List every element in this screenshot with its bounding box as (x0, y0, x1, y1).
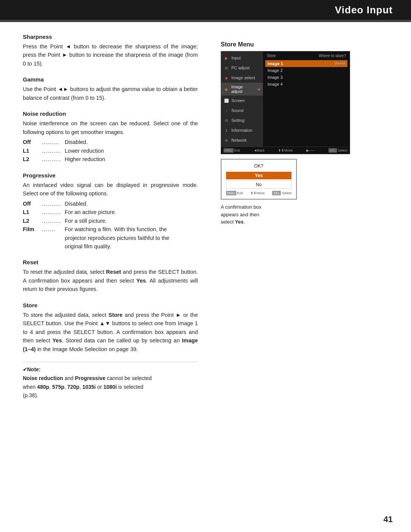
progressive-title: Progressive (23, 172, 198, 179)
footer-dashes: ▶----- (306, 148, 315, 153)
sidebar-item-image-adjust: ◉ Image adjust ◄ (221, 83, 263, 96)
footer-move: ⬆⬇Move (278, 148, 293, 153)
proj-option-image4: Image 4 (265, 81, 347, 88)
gamma-body: Use the Point ◄► buttons to adjust the g… (23, 85, 198, 102)
sidebar-item-image-select: ◈ Image select (221, 73, 263, 83)
prog-option-off: Off .......... Disabled. (23, 200, 198, 208)
network-icon: ⊕ (223, 137, 229, 143)
noise-option-off: Off ......... Disabled. (23, 138, 198, 146)
sidebar-item-network: ⊕ Network (221, 135, 263, 145)
sidebar-item-screen: ⬜ Screen (221, 96, 263, 105)
information-icon: ℹ (223, 127, 229, 133)
page-header: Video Input (0, 0, 411, 20)
sharpness-body: Press the Point ◄ button to decrease the… (23, 42, 198, 68)
reset-body: To reset the adjusted data, select Reset… (23, 268, 198, 293)
note-label: ✔Note: (23, 366, 198, 372)
proj-sidebar: ▶ Input ⊞ PC adjust ◈ Image select ◉ (221, 51, 263, 147)
confirm-no: No (226, 181, 292, 189)
confirm-footer-exit: MNU Exit (226, 191, 243, 195)
reset-title: Reset (23, 259, 198, 265)
section-store: Store To store the adjusted data, select… (23, 302, 198, 353)
prog-film-sub2: original film quality. (65, 242, 198, 251)
proj-option-image2: Image 2 (265, 67, 347, 74)
main-content: Sharpness Press the Point ◄ button to de… (0, 22, 411, 411)
sound-icon: ♪ (223, 107, 229, 113)
progressive-body: An interlaced video signal can be displa… (23, 181, 198, 251)
footer-exit: MNU Exit (223, 148, 240, 153)
proj-option-image3: Image 3 (265, 74, 347, 81)
setting-icon: ⚙ (223, 117, 229, 123)
prog-option-l2: L2 .......... For a still picture. (23, 217, 198, 225)
store-menu-label: Store Menu (221, 41, 400, 48)
progressive-options: Off .......... Disabled. L1 .......... F… (23, 200, 198, 251)
prog-option-film: Film ....... For watching a film. With t… (23, 225, 198, 233)
pc-adjust-icon: ⊞ (223, 65, 229, 71)
section-progressive: Progressive An interlaced video signal c… (23, 172, 198, 251)
right-column: Store Menu ▶ Input ⊞ PC adjust (213, 22, 411, 411)
sidebar-item-input: ▶ Input (221, 53, 263, 63)
confirm-box: OK? Yes No MNU Exit ⬆⬇Move SEL Select (221, 159, 297, 200)
noise-reduction-title: Noise reduction (23, 110, 198, 117)
store-title: Store (23, 302, 198, 308)
footer-back: ◄Back (253, 148, 264, 153)
sidebar-item-information: ℹ Information (221, 125, 263, 135)
noise-reduction-body: Noise interference on the screen can be … (23, 119, 198, 163)
section-sharpness: Sharpness Press the Point ◄ button to de… (23, 34, 198, 68)
confirm-caption: A confirmation box appears and then sele… (221, 203, 400, 226)
proj-main-panel: Store Where to store? Image 1 Stored Ima… (263, 51, 350, 147)
prog-option-l1: L1 .......... For an active picture. (23, 208, 198, 216)
sharpness-title: Sharpness (23, 34, 198, 40)
proj-ui-inner: ▶ Input ⊞ PC adjust ◈ Image select ◉ (221, 51, 350, 147)
prog-film-sub1: projector reproduces pictures faithful t… (65, 234, 198, 242)
note-section: ✔Note: Noise reduction and Progressive c… (23, 362, 198, 399)
sidebar-item-setting: ⚙ Setting (221, 115, 263, 125)
confirm-footer-move: ⬆⬇Move (250, 191, 265, 195)
footer-select: SEL Select (328, 148, 347, 153)
image-adjust-icon: ◉ (223, 86, 229, 92)
confirm-title: OK? (226, 163, 292, 169)
page-title: Video Input (335, 4, 393, 16)
section-noise-reduction: Noise reduction Noise interference on th… (23, 110, 198, 163)
gamma-title: Gamma (23, 76, 198, 83)
noise-option-l1: L1 .......... Lower reduction (23, 147, 198, 155)
note-body: Noise reduction and Progressive cannot b… (23, 374, 198, 399)
store-body: To store the adjusted data, select Store… (23, 311, 198, 353)
input-icon: ▶ (223, 55, 229, 61)
image-select-icon: ◈ (223, 75, 229, 81)
sidebar-item-pc-adjust: ⊞ PC adjust (221, 63, 263, 73)
page-number: 41 (384, 514, 393, 524)
store-menu-area: Store Menu ▶ Input ⊞ PC adjust (221, 41, 400, 226)
noise-options: Off ......... Disabled. L1 .......... Lo… (23, 138, 198, 163)
sidebar-item-sound: ♪ Sound (221, 105, 263, 115)
left-column: Sharpness Press the Point ◄ button to de… (0, 22, 213, 411)
confirm-footer-select: SEL Select (272, 191, 292, 195)
screen-icon: ⬜ (223, 97, 229, 104)
section-reset: Reset To reset the adjusted data, select… (23, 259, 198, 293)
proj-footer: MNU Exit ◄Back ⬆⬇Move ▶----- SEL Select (221, 147, 350, 154)
confirm-footer: MNU Exit ⬆⬇Move SEL Select (226, 191, 292, 195)
section-gamma: Gamma Use the Point ◄► buttons to adjust… (23, 76, 198, 102)
projector-ui: ▶ Input ⊞ PC adjust ◈ Image select ◉ (221, 51, 350, 154)
noise-option-l2: L2 .......... Higher reduction (23, 155, 198, 163)
confirm-yes: Yes (226, 172, 292, 179)
proj-option-image1: Image 1 Stored (265, 60, 347, 67)
proj-main-header: Store Where to store? (265, 53, 347, 59)
